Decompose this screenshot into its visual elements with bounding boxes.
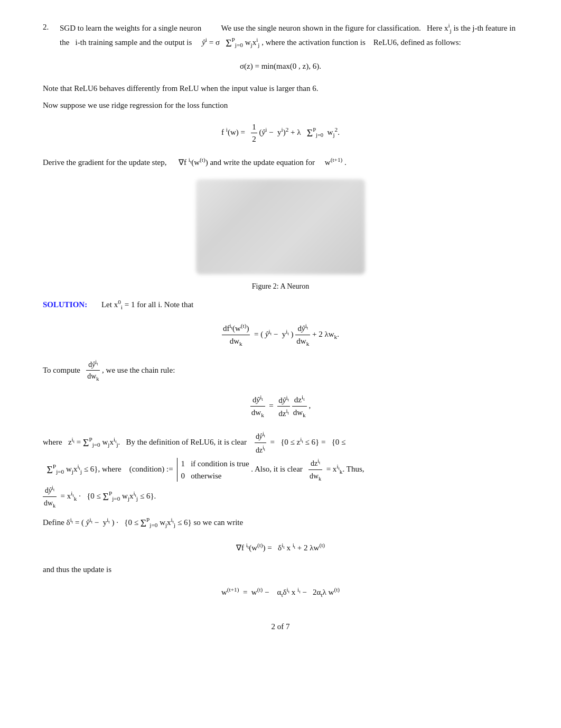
solution-intro: SOLUTION: Let x0i = 1 for all i. Note th… xyxy=(43,297,518,312)
piecewise-true: 1 if condition is true xyxy=(181,458,249,470)
page-footer: 2 of 7 xyxy=(43,621,518,633)
section-number: 2. xyxy=(43,21,55,33)
figure-container: Figure 2: A Neuron xyxy=(43,179,518,292)
section-2-block: 2. SGD to learn the weights for a single… xyxy=(43,21,518,600)
chain-rule-intro: To compute dŷit dwk , we use the chain r… xyxy=(43,358,518,384)
neuron-figure-image xyxy=(196,179,365,274)
chain-rule-equation: dŷit dwk = dŷit dzit dzit dwk , xyxy=(43,393,518,419)
figure-caption: Figure 2: A Neuron xyxy=(43,281,518,292)
nabla-equation: ∇f it(w(t)) = δit x it + 2 λw(t) xyxy=(43,541,518,554)
and-thus-text: and thus the update is xyxy=(43,563,518,576)
where-z-para: where zit = ΣPj=0 wjxitj. By the definit… xyxy=(43,429,518,511)
page-content: 2. SGD to learn the weights for a single… xyxy=(43,21,518,633)
piecewise-false: 0 otherwise xyxy=(181,470,249,482)
loss-function: f i(w) = 1 2 (ŷi − yi)2 + λ ΣPj=0 wj2. xyxy=(43,121,518,145)
solution-label: SOLUTION: xyxy=(43,300,87,309)
sigma-equation: σ(z) = min(max(0 , z), 6). xyxy=(43,60,518,72)
update-equation: w(t+1) = w(t) − αtδit x it − 2αtλ w(t) xyxy=(43,585,518,600)
df-dwk-equation: dfit(w(t)) dwk = ( ŷit − yit ) dŷit dwk … xyxy=(43,321,518,348)
section-intro-text: SGD to learn the weights for a single ne… xyxy=(60,24,516,47)
ridge-note: Now suppose we use ridge regression for … xyxy=(43,99,518,112)
derive-gradient-text: Derive the gradient for the update step,… xyxy=(43,155,518,169)
define-delta-text: Define δit = ( ŷit − yit ) · {0 ≤ ΣPj=0 … xyxy=(43,515,518,531)
section-body: SGD to learn the weights for a single ne… xyxy=(60,21,518,51)
relu6-note: Note that ReLU6 behaves differently from… xyxy=(43,82,518,95)
solution-block: SOLUTION: Let x0i = 1 for all i. Note th… xyxy=(43,297,518,600)
